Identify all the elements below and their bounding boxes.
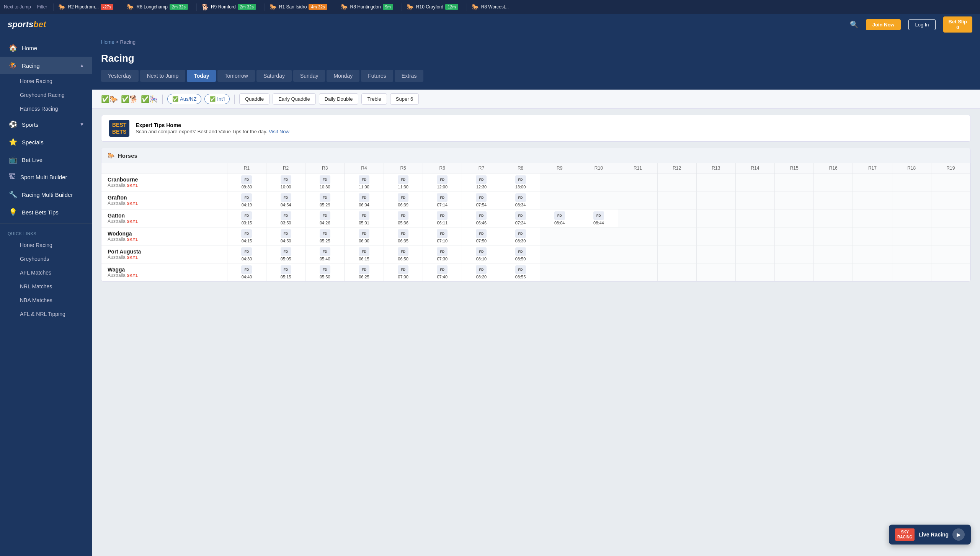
filter-btn-early-quaddie[interactable]: Early Quaddie xyxy=(273,93,315,105)
race-cell-0-7[interactable]: FD 13:00 xyxy=(501,173,540,191)
filter-aus-nz[interactable]: ✅ Aus/NZ xyxy=(167,94,201,104)
race-cell-4-0[interactable]: FD 04:30 xyxy=(227,245,266,263)
race-cell-3-7[interactable]: FD 08:30 xyxy=(501,227,540,245)
race-cell-1-7[interactable]: FD 08:34 xyxy=(501,191,540,209)
quick-link-afl-matches[interactable]: AFL Matches xyxy=(0,266,92,280)
live-racing-widget[interactable]: SKY RACING Live Racing ▶ xyxy=(889,525,971,545)
ticker-item-4[interactable]: 🐎 R1 San Isidro 4m 32s xyxy=(265,3,332,11)
tab-saturday[interactable]: Saturday xyxy=(256,70,292,82)
race-cell-5-1[interactable]: FD 05:15 xyxy=(266,263,305,281)
sidebar-item-best-bets[interactable]: 💡 Best Bets Tips xyxy=(0,203,92,221)
race-cell-2-9[interactable]: FD 08:44 xyxy=(579,209,618,227)
join-now-button[interactable]: Join Now xyxy=(866,19,901,30)
sidebar-item-racing-multi[interactable]: 🔧 Racing Multi Builder xyxy=(0,186,92,203)
race-cell-3-2[interactable]: FD 05:25 xyxy=(305,227,345,245)
play-button[interactable]: ▶ xyxy=(952,528,965,541)
race-cell-0-0[interactable]: FD 09:30 xyxy=(227,173,266,191)
race-cell-5-3[interactable]: FD 06:25 xyxy=(345,263,384,281)
filter-btn-daily-double[interactable]: Daily Double xyxy=(319,93,359,105)
tab-next-to-jump[interactable]: Next to Jump xyxy=(140,70,185,82)
sidebar-item-harness-racing[interactable]: Harness Racing xyxy=(0,102,92,116)
race-cell-1-3[interactable]: FD 06:04 xyxy=(345,191,384,209)
race-cell-5-0[interactable]: FD 04:40 xyxy=(227,263,266,281)
race-cell-0-1[interactable]: FD 10:00 xyxy=(266,173,305,191)
sidebar-item-sports[interactable]: ⚽ Sports ▼ xyxy=(0,116,92,133)
race-cell-5-4[interactable]: FD 07:00 xyxy=(384,263,423,281)
race-cell-1-1[interactable]: FD 04:54 xyxy=(266,191,305,209)
filter-label[interactable]: Filter xyxy=(37,4,47,10)
quick-link-nrl-matches[interactable]: NRL Matches xyxy=(0,280,92,293)
harness-filter-icon[interactable]: ✅🎠 xyxy=(141,95,158,103)
race-cell-4-7[interactable]: FD 08:50 xyxy=(501,245,540,263)
race-cell-0-2[interactable]: FD 10:30 xyxy=(305,173,345,191)
tab-monday[interactable]: Monday xyxy=(327,70,359,82)
quick-link-horse-racing[interactable]: Horse Racing xyxy=(0,238,92,252)
greyhound-filter-icon[interactable]: ✅🐕 xyxy=(121,95,138,103)
race-cell-3-6[interactable]: FD 07:50 xyxy=(462,227,501,245)
race-cell-0-5[interactable]: FD 12:00 xyxy=(423,173,462,191)
sidebar-item-home[interactable]: 🏠 Home xyxy=(0,39,92,57)
race-cell-1-5[interactable]: FD 07:14 xyxy=(423,191,462,209)
tab-sunday[interactable]: Sunday xyxy=(293,70,325,82)
filter-intl[interactable]: ✅ Int'l xyxy=(204,94,230,104)
race-cell-5-7[interactable]: FD 08:55 xyxy=(501,263,540,281)
race-cell-4-1[interactable]: FD 05:05 xyxy=(266,245,305,263)
race-cell-0-4[interactable]: FD 11:30 xyxy=(384,173,423,191)
sidebar-item-sport-multi[interactable]: 🏗 Sport Multi Builder xyxy=(0,168,92,186)
tab-tomorrow[interactable]: Tomorrow xyxy=(217,70,255,82)
race-cell-4-5[interactable]: FD 07:30 xyxy=(423,245,462,263)
race-cell-1-2[interactable]: FD 05:29 xyxy=(305,191,345,209)
race-cell-5-2[interactable]: FD 05:50 xyxy=(305,263,345,281)
race-cell-4-2[interactable]: FD 05:40 xyxy=(305,245,345,263)
race-cell-2-2[interactable]: FD 04:26 xyxy=(305,209,345,227)
race-cell-3-3[interactable]: FD 06:00 xyxy=(345,227,384,245)
race-cell-2-7[interactable]: FD 07:24 xyxy=(501,209,540,227)
race-cell-2-8[interactable]: FD 08:04 xyxy=(540,209,579,227)
race-cell-1-6[interactable]: FD 07:54 xyxy=(462,191,501,209)
race-cell-2-1[interactable]: FD 03:50 xyxy=(266,209,305,227)
horse-filter-icon[interactable]: ✅🐎 xyxy=(101,95,118,103)
race-cell-0-6[interactable]: FD 12:30 xyxy=(462,173,501,191)
race-cell-3-1[interactable]: FD 04:50 xyxy=(266,227,305,245)
sidebar-item-horse-racing[interactable]: Horse Racing xyxy=(0,74,92,88)
quick-link-afl-nrl-tipping[interactable]: AFL & NRL Tipping xyxy=(0,307,92,321)
race-cell-0-3[interactable]: FD 11:00 xyxy=(345,173,384,191)
expert-visit-link[interactable]: Visit Now xyxy=(269,129,289,134)
ticker-item-3[interactable]: 🐕 R9 Romford 2m 32s xyxy=(196,3,261,11)
race-cell-5-5[interactable]: FD 07:40 xyxy=(423,263,462,281)
tab-yesterday[interactable]: Yesterday xyxy=(101,70,139,82)
race-cell-4-6[interactable]: FD 08:10 xyxy=(462,245,501,263)
ticker-item-6[interactable]: 🐎 R10 Crayford 12m xyxy=(402,3,463,11)
race-cell-3-4[interactable]: FD 06:35 xyxy=(384,227,423,245)
race-cell-4-3[interactable]: FD 06:15 xyxy=(345,245,384,263)
filter-btn-treble[interactable]: Treble xyxy=(361,93,387,105)
ticker-item-5[interactable]: 🐎 R8 Huntingdon 9m xyxy=(336,3,398,11)
race-cell-5-6[interactable]: FD 08:20 xyxy=(462,263,501,281)
race-cell-1-0[interactable]: FD 04:19 xyxy=(227,191,266,209)
filter-btn-quaddie[interactable]: Quaddie xyxy=(239,93,270,105)
race-cell-2-5[interactable]: FD 06:11 xyxy=(423,209,462,227)
tab-today[interactable]: Today xyxy=(187,70,216,82)
tab-futures[interactable]: Futures xyxy=(361,70,393,82)
bet-slip-button[interactable]: Bet Slip 0 xyxy=(943,16,972,33)
filter-btn-super-6[interactable]: Super 6 xyxy=(390,93,419,105)
race-cell-2-4[interactable]: FD 05:36 xyxy=(384,209,423,227)
race-cell-3-5[interactable]: FD 07:10 xyxy=(423,227,462,245)
quick-link-greyhounds[interactable]: Greyhounds xyxy=(0,252,92,266)
quick-link-nba-matches[interactable]: NBA Matches xyxy=(0,293,92,307)
breadcrumb-home[interactable]: Home xyxy=(101,39,114,45)
sidebar-item-racing[interactable]: 🏇 Racing ▲ xyxy=(0,57,92,74)
race-cell-3-0[interactable]: FD 04:15 xyxy=(227,227,266,245)
race-cell-1-4[interactable]: FD 06:39 xyxy=(384,191,423,209)
race-cell-2-6[interactable]: FD 06:46 xyxy=(462,209,501,227)
sidebar-item-greyhound-racing[interactable]: Greyhound Racing xyxy=(0,88,92,102)
sidebar-item-specials[interactable]: ⭐ Specials xyxy=(0,133,92,151)
ticker-item-2[interactable]: 🐎 R8 Longchamp 2m 32s xyxy=(122,3,192,11)
sidebar-item-bet-live[interactable]: 📺 Bet Live xyxy=(0,151,92,168)
ticker-item-1[interactable]: 🐎 R2 Hipodrom... -27s xyxy=(53,3,118,11)
tab-extras[interactable]: Extras xyxy=(395,70,424,82)
race-cell-2-0[interactable]: FD 03:15 xyxy=(227,209,266,227)
ticker-item-7[interactable]: 🐎 R8 Worcest... xyxy=(467,3,513,11)
race-cell-2-3[interactable]: FD 05:01 xyxy=(345,209,384,227)
search-icon[interactable]: 🔍 xyxy=(850,20,858,29)
